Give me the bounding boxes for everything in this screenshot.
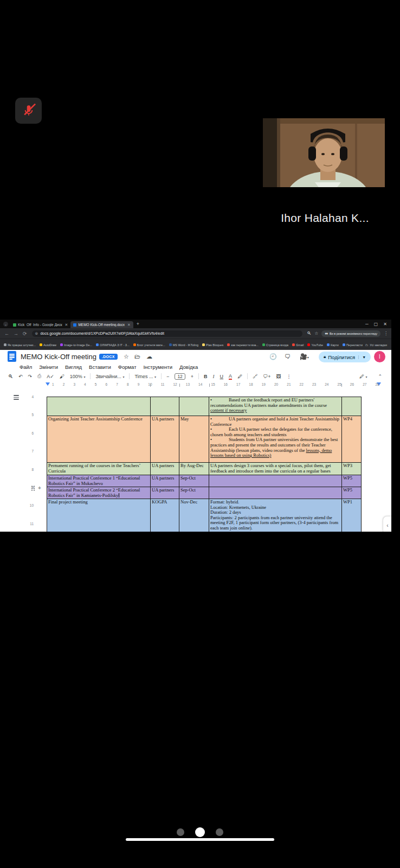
add-comment-icon[interactable]: 🗩+: [263, 374, 270, 379]
insert-image-icon[interactable]: 🖼: [276, 374, 281, 379]
bookmark-item[interactable]: Як працює штучни...: [4, 343, 36, 347]
bookmark-item[interactable]: MS Word - IKToling: [169, 343, 198, 347]
menu-довідка[interactable]: Довідка: [179, 364, 198, 371]
cell-responsible[interactable]: KOGPA: [151, 499, 179, 532]
insert-link-icon[interactable]: 🔗︎: [253, 374, 257, 379]
document-title[interactable]: MEMO Kick-Off meeting: [21, 353, 96, 361]
share-button[interactable]: 🔒︎ Поділитися ▼: [319, 352, 371, 362]
bookmark-item[interactable]: Image-to-Image De...: [60, 343, 92, 347]
browser-tab[interactable]: Kick_Off_Info - Google Диск✕: [10, 321, 70, 328]
url-input[interactable]: ⊜ docs.google.com/document/d/1XPcDPw2UlX…: [32, 330, 303, 337]
bookmark-item[interactable]: Карти: [327, 343, 339, 347]
cell-responsible[interactable]: UA partners: [151, 487, 179, 499]
cell-activity[interactable]: Organizing Joint Teacher Assistantship C…: [47, 416, 151, 462]
bookmark-item[interactable]: как перемогти вза...: [227, 343, 259, 347]
cell-activity[interactable]: International Practical Conference 1 “Ed…: [47, 475, 151, 487]
spellcheck-icon[interactable]: A✓: [47, 374, 54, 379]
maximize-button[interactable]: ▢: [374, 322, 378, 327]
share-dropdown-caret[interactable]: ▼: [358, 355, 366, 359]
menu-інструменти[interactable]: Інструменти: [143, 364, 172, 371]
drag-handle-icon[interactable]: [31, 486, 35, 491]
page-dot[interactable]: [216, 828, 223, 836]
tab-search-icon[interactable]: ⌄: [3, 322, 8, 327]
comments-icon[interactable]: 🗨: [285, 353, 291, 360]
cell-wp[interactable]: WP4: [342, 416, 361, 462]
collapse-toolbar-icon[interactable]: ⌃: [378, 374, 382, 379]
insert-row-icon[interactable]: +: [38, 485, 41, 491]
participant-video-thumbnail[interactable]: [263, 118, 385, 187]
cell-activity[interactable]: Final project meeting: [47, 499, 151, 532]
user-avatar[interactable]: І: [374, 351, 385, 362]
toolbar-more-icon[interactable]: ⋮: [286, 374, 291, 379]
font-size-decrease[interactable]: −: [166, 374, 169, 379]
collapse-panel-button[interactable]: ‹: [383, 516, 391, 532]
cell-wp[interactable]: [342, 397, 361, 416]
reload-icon[interactable]: ⟳: [23, 331, 27, 336]
menu-вигляд[interactable]: Вигляд: [65, 364, 82, 371]
editing-mode-button[interactable]: 🖉 ▾: [359, 374, 367, 379]
table-row[interactable]: International Practical Conference 1 “Ed…: [47, 475, 361, 487]
font-size-input[interactable]: 12: [175, 373, 185, 380]
cell-details[interactable]: •Based on the feedback report and EU par…: [209, 397, 342, 416]
cell-details[interactable]: Format: hybrid.Location: Kremenets, Ukra…: [209, 499, 342, 532]
page-dot-active[interactable]: [195, 827, 205, 837]
bookmark-item[interactable]: YouTube: [307, 343, 323, 347]
document-outline-icon[interactable]: [11, 393, 21, 402]
close-tab-icon[interactable]: ✕: [65, 323, 68, 327]
star-icon[interactable]: ☆: [124, 353, 129, 360]
cell-details[interactable]: UA partners design 3 courses with a spec…: [209, 463, 342, 475]
bookmark-item[interactable]: Gmail: [292, 343, 304, 347]
font-select[interactable]: Times ... ▾: [134, 374, 156, 379]
cell-details[interactable]: [209, 487, 342, 499]
cell-timing[interactable]: [179, 397, 209, 416]
bookmark-star-icon[interactable]: ☆: [314, 331, 318, 336]
close-button[interactable]: ✕: [383, 322, 387, 327]
table-row[interactable]: Organizing Joint Teacher Assistantship C…: [47, 416, 361, 463]
cell-timing[interactable]: Sep-Oct: [179, 487, 209, 499]
home-indicator[interactable]: [126, 838, 274, 841]
search-menus-icon[interactable]: 🔍︎: [8, 374, 13, 379]
bookmark-item[interactable]: Перекласти: [343, 343, 363, 347]
menu-змінити[interactable]: Змінити: [39, 364, 58, 371]
cell-wp[interactable]: WP5: [342, 487, 361, 499]
bookmark-item[interactable]: AutoDraw: [40, 343, 56, 347]
cloud-status-icon[interactable]: ☁: [146, 353, 152, 360]
minimize-button[interactable]: ─: [365, 322, 369, 327]
browser-tab[interactable]: MEMO Kick-Off meeting.docx✕: [70, 321, 133, 328]
cell-activity[interactable]: Permanent running of the courses in the …: [47, 463, 151, 475]
table-row[interactable]: •Based on the feedback report and EU par…: [47, 397, 361, 416]
cell-activity[interactable]: International Practical Conference 2 “Ed…: [47, 487, 151, 499]
cell-details[interactable]: [209, 475, 342, 487]
underline-button[interactable]: U: [220, 374, 224, 379]
bookmark-item[interactable]: Блог учителя мате...: [133, 343, 165, 347]
video-call-icon[interactable]: 🎥▾: [300, 353, 309, 360]
document-canvas[interactable]: 4567891011 + •Based on the feedback repo…: [0, 388, 391, 532]
paragraph-style-select[interactable]: Звичайни... ▾: [95, 374, 124, 379]
left-indent-marker[interactable]: [46, 382, 50, 386]
cell-activity[interactable]: [47, 397, 151, 416]
table-row[interactable]: Final project meetingKOGPANov-DecFormat:…: [47, 499, 361, 532]
cell-timing[interactable]: May: [179, 416, 209, 462]
forward-icon[interactable]: →: [14, 331, 18, 336]
project-activities-table[interactable]: •Based on the feedback report and EU par…: [47, 397, 362, 532]
close-tab-icon[interactable]: ✕: [127, 323, 131, 327]
cell-timing[interactable]: Nov-Dec: [179, 499, 209, 532]
cell-wp[interactable]: WP3: [342, 463, 361, 475]
bookmark-item[interactable]: Страница входа: [262, 343, 288, 347]
google-docs-icon[interactable]: [8, 351, 16, 362]
page-dot[interactable]: [177, 828, 184, 836]
cell-timing[interactable]: Sep-Oct: [179, 475, 209, 487]
all-bookmarks-button[interactable]: 🗀 Усі закладки: [365, 343, 387, 347]
zoom-select[interactable]: 100% ▾: [70, 374, 86, 379]
cell-responsible[interactable]: UA partners: [151, 475, 179, 487]
move-folder-icon[interactable]: 🗁: [134, 353, 140, 360]
mic-muted-indicator[interactable]: [15, 98, 42, 124]
site-info-icon[interactable]: ⊜: [35, 331, 38, 336]
undo-icon[interactable]: ↶: [18, 374, 23, 379]
bookmark-item[interactable]: ОЛІМПІАДА З ІТ - З...: [96, 343, 130, 347]
bold-button[interactable]: B: [204, 374, 208, 379]
print-icon[interactable]: ⎙: [37, 373, 41, 379]
menu-файл[interactable]: Файл: [20, 364, 32, 371]
cell-wp[interactable]: WP1: [342, 499, 361, 532]
text-color-button[interactable]: A: [229, 373, 232, 380]
